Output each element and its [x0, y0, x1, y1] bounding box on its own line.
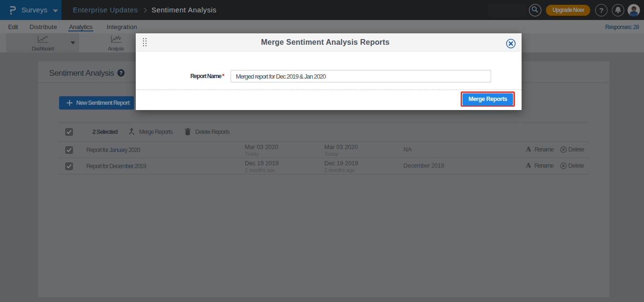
svg-text:?: ? — [120, 70, 122, 76]
svg-text:?: ? — [599, 6, 604, 14]
